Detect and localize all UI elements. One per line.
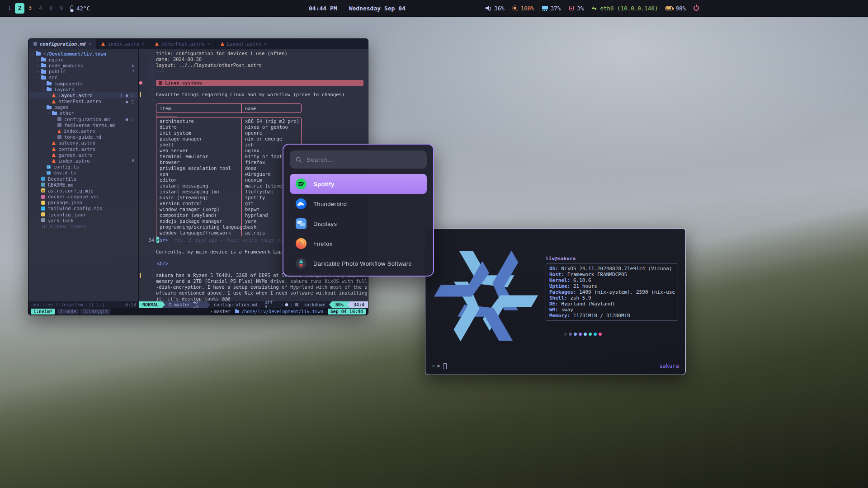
tree-item[interactable]: public ? xyxy=(28,69,138,75)
system-module[interactable] xyxy=(693,5,702,11)
tree-item[interactable]: Dockerfile xyxy=(28,176,138,182)
table-cell-name: nixos or gentoo xyxy=(241,124,301,130)
tree-item[interactable]: astro.config.mjs xyxy=(28,188,138,193)
tree-item[interactable]: index.astro xyxy=(28,128,138,134)
editor-tab[interactable]: index.astro xyxy=(96,39,150,49)
tree-item[interactable]: components xyxy=(28,80,138,86)
system-module[interactable]: eth0 (10.0.0.140) xyxy=(591,5,658,12)
system-module[interactable]: 3% xyxy=(568,5,584,12)
line-number: 4 xyxy=(143,261,154,267)
tree-item[interactable]: (6 hidden items) xyxy=(28,223,138,229)
launcher-item[interactable]: Darktable Photo Workflow Software xyxy=(290,253,427,273)
expander-icon[interactable] xyxy=(47,111,52,115)
nixos-logo xyxy=(433,239,539,352)
tree-item[interactable]: pages xyxy=(28,104,138,110)
launcher-item[interactable]: Displays xyxy=(290,214,427,234)
tree-item[interactable]: contact.astro xyxy=(28,146,138,152)
table-row: 3 programming/scripting language bash xyxy=(156,224,301,230)
system-module[interactable]: 98% xyxy=(665,5,686,12)
expander-icon[interactable] xyxy=(37,57,41,62)
table-col-name: name xyxy=(241,104,301,113)
workspace-button[interactable]: 4 xyxy=(36,3,45,14)
expander-icon[interactable] xyxy=(31,52,36,56)
tree-item[interactable]: Layout.astro H ● □ xyxy=(28,92,138,98)
workspace-button[interactable]: 8 xyxy=(46,3,56,14)
shell-prompt[interactable]: ~ > sakura xyxy=(432,363,679,369)
line-text: <br> xyxy=(156,261,169,267)
workspace-button[interactable]: 9 xyxy=(57,3,66,14)
tree-item[interactable]: balcony.astro xyxy=(28,140,138,146)
expander-icon[interactable] xyxy=(37,75,41,80)
tree-item[interactable]: index.astro H xyxy=(28,158,138,164)
clock[interactable]: 04:44 PM Wednesday Sep 04 xyxy=(309,0,406,16)
search-input[interactable] xyxy=(307,156,421,163)
file-icon xyxy=(57,129,61,133)
tree-item[interactable]: layouts xyxy=(28,86,138,92)
tree-item[interactable]: config.ts xyxy=(28,164,138,170)
tab-close-icon[interactable] xyxy=(88,41,91,47)
tree-item[interactable]: docker-compose.yml xyxy=(28,194,138,200)
tree-item[interactable]: env.d.ts xyxy=(28,170,138,176)
scroll-progress: 80% xyxy=(332,301,347,308)
tree-item[interactable]: other xyxy=(28,110,138,116)
tab-close-icon[interactable] xyxy=(142,41,145,47)
table-cell-item: package manager xyxy=(156,136,241,142)
tree-item[interactable]: nginx xyxy=(28,56,138,62)
tree-item[interactable]: package.json xyxy=(28,200,138,206)
tree-item[interactable]: otherPost.astro ● □ xyxy=(28,99,138,104)
module-value: 37% xyxy=(551,5,561,12)
system-module[interactable]: 36% xyxy=(486,5,505,12)
tree-item[interactable]: configuration.md ● □ xyxy=(28,116,138,122)
expander-icon[interactable] xyxy=(42,105,47,109)
tab-close-icon[interactable] xyxy=(207,41,210,47)
tmux-window-tab[interactable]: 3:lazygit xyxy=(80,309,110,314)
tree-item-label: tailwind.config.mjs xyxy=(48,206,102,211)
memory-icon xyxy=(542,5,548,11)
tmux-window-tab[interactable]: 1:nvim* xyxy=(31,309,55,314)
system-info-box: OS: NixOS 24.11.20240828.71e91c4 (Vicuna… xyxy=(546,263,678,321)
temperature-module[interactable]: 42°C xyxy=(71,5,90,12)
workspace-button[interactable]: 2 xyxy=(15,3,24,14)
system-module[interactable]: 100% xyxy=(512,5,534,12)
editor-tab[interactable]: configuration.md xyxy=(28,39,96,49)
sign-column xyxy=(139,68,143,74)
tmux-window-tab[interactable]: 2:node xyxy=(57,309,79,314)
buffer-line: 28 xyxy=(139,74,368,80)
file-icon xyxy=(41,212,45,216)
tree-item[interactable]: garden.astro xyxy=(28,152,138,158)
editor-tab[interactable]: Layout.astro xyxy=(216,39,272,49)
tab-close-icon[interactable] xyxy=(264,41,266,47)
tree-item[interactable]: yarn.lock xyxy=(28,217,138,223)
tree-item[interactable]: src xyxy=(28,75,138,80)
expander-icon[interactable] xyxy=(37,63,41,68)
sign-column xyxy=(139,56,143,62)
workspace-button[interactable]: 1 xyxy=(5,3,14,14)
workspace-button[interactable]: 3 xyxy=(25,3,35,14)
file-type-icon xyxy=(33,42,37,46)
launcher-item[interactable]: Firefox xyxy=(290,234,427,253)
launcher-item[interactable]: Spotify xyxy=(290,174,427,194)
tree-item[interactable]: tone-guide.md xyxy=(28,134,138,140)
tree-item[interactable]: fediverse-terms.md xyxy=(28,122,138,128)
tree-item-label: public xyxy=(49,69,66,74)
tree-item[interactable]: tailwind.config.mjs xyxy=(28,206,138,211)
desktop: 1 2 3 4 8 9 42°C 04:44 PM Wednesday Sep … xyxy=(0,0,868,488)
expander-icon[interactable] xyxy=(42,87,47,92)
tree-item[interactable]: tsconfig.json xyxy=(28,211,138,217)
expander-icon[interactable] xyxy=(42,81,47,86)
line-number: 28 xyxy=(143,74,154,80)
launcher-item[interactable]: Thunderbird xyxy=(290,194,427,214)
table-cell-item: editor xyxy=(156,177,241,183)
tree-item[interactable]: ~/Development/liv.town xyxy=(28,51,138,56)
os-icon xyxy=(285,303,288,306)
expander-icon[interactable] xyxy=(37,69,41,74)
tree-item[interactable]: README.md xyxy=(28,182,138,188)
info-value: 11731MiB / 31280MiB xyxy=(573,313,630,319)
editor-tab[interactable]: otherPost.astro xyxy=(150,39,215,49)
tree-item[interactable]: node_modules E xyxy=(28,62,138,68)
tree-item-label: Dockerfile xyxy=(48,176,76,182)
table-cell-item: instant messaging xyxy=(156,183,241,189)
system-module[interactable]: 37% xyxy=(542,5,561,12)
file-icon xyxy=(57,123,61,127)
launcher-search[interactable] xyxy=(290,150,427,169)
